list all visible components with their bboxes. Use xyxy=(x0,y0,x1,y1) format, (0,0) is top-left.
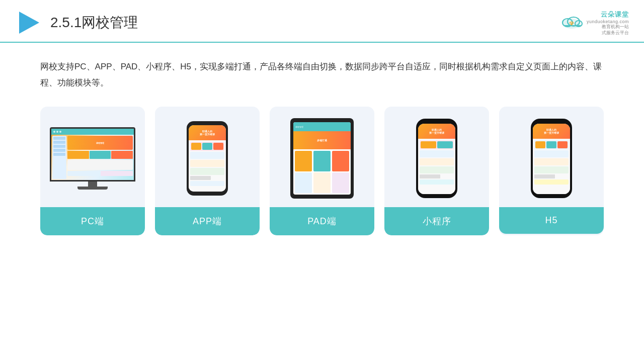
play-icon xyxy=(15,10,41,36)
card-app-label: APP端 xyxy=(155,207,260,235)
card-pad: 课程管理 多端打通 xyxy=(270,107,374,235)
svg-point-6 xyxy=(571,24,572,25)
h5-phone: 职通人的第一堂升维课 xyxy=(529,119,574,198)
card-app: 职通人的第一堂升维课 xyxy=(155,107,260,235)
page-title: 2.5.1网校管理 xyxy=(50,13,138,32)
header: 2.5.1网校管理 云朵课堂 yunduoketang.com 教育机 xyxy=(0,0,644,43)
logo-main-text: 云朵课堂 xyxy=(601,10,629,19)
logo-slogan-line2: 式服务云平台 xyxy=(602,30,629,36)
app-phone: 职通人的第一堂升维课 xyxy=(185,121,230,196)
card-h5: 职通人的第一堂升维课 xyxy=(499,107,604,235)
logo-domain: yunduoketang.com xyxy=(587,19,629,24)
card-pc-image: 课程管理 xyxy=(40,107,145,207)
card-miniprogram-label: 小程序 xyxy=(384,207,489,235)
logo-slogan-line1: 教育机构一站 xyxy=(602,24,629,30)
header-left: 2.5.1网校管理 xyxy=(15,10,138,36)
card-pc-label: PC端 xyxy=(40,207,145,235)
card-pad-label: PAD端 xyxy=(270,207,374,235)
card-miniprogram: 职通人的第一堂升维课 xyxy=(384,107,489,235)
pad-tablet: 课程管理 多端打通 xyxy=(289,118,355,199)
description-content: 网校支持PC、APP、PAD、小程序、H5，实现多端打通，产品各终端自由切换，数… xyxy=(40,62,602,87)
pc-monitor: 课程管理 xyxy=(47,127,138,190)
card-app-image: 职通人的第一堂升维课 xyxy=(155,107,260,207)
card-h5-label: H5 xyxy=(499,207,604,234)
description-text: 网校支持PC、APP、PAD、小程序、H5，实现多端打通，产品各终端自由切换，数… xyxy=(0,43,644,90)
cards-area: 课程管理 xyxy=(0,90,644,235)
card-h5-image: 职通人的第一堂升维课 xyxy=(499,107,604,207)
cloud-logo-icon xyxy=(559,15,584,31)
card-miniprogram-image: 职通人的第一堂升维课 xyxy=(384,107,489,207)
card-pc: 课程管理 xyxy=(40,107,145,235)
card-pad-image: 课程管理 多端打通 xyxy=(270,107,374,207)
svg-marker-0 xyxy=(19,12,39,34)
monitor-screen: 课程管理 xyxy=(50,127,135,182)
logo-text-area: 云朵课堂 yunduoketang.com 教育机构一站 式服务云平台 xyxy=(587,10,629,36)
logo-area: 云朵课堂 yunduoketang.com 教育机构一站 式服务云平台 xyxy=(559,9,629,36)
miniprogram-phone: 职通人的第一堂升维课 xyxy=(414,119,459,198)
